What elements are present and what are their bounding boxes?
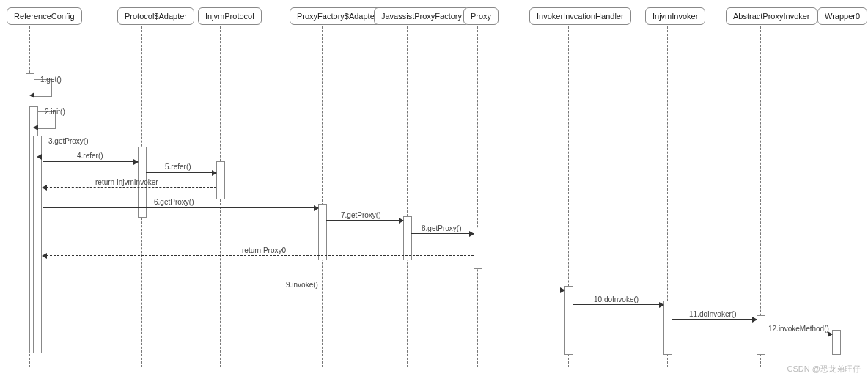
- participant-wrapper0: Wrapper0: [817, 7, 867, 25]
- participant-proxy: Proxy: [463, 7, 499, 25]
- participant-abstractproxyinvoker: AbstractProxyInvoker: [726, 7, 817, 25]
- participant-proxyfactory-adapter: ProxyFactory$Adapter: [290, 7, 384, 25]
- participant-injvminvoker: InjvmInvoker: [645, 7, 705, 25]
- activation-wrapper0: [832, 330, 841, 355]
- arrow-getproxy7: [326, 220, 403, 221]
- watermark: CSDN @恐龙弟旺仔: [787, 364, 861, 375]
- sequence-diagram: ReferenceConfig Protocol$Adapter InjvmPr…: [0, 0, 868, 379]
- msg-doinvoke: 10.doInvoke(): [594, 295, 639, 303]
- participant-invokerinvocationhandler: InvokerInvcationHandler: [529, 7, 631, 25]
- activation-proxy: [474, 229, 482, 269]
- msg-return-proxy0: return Proxy0: [242, 246, 286, 254]
- activation-referenceconfig-3: [33, 136, 42, 353]
- msg-return-injvminvoker: return InjvmInvoker: [95, 178, 158, 186]
- msg-refer2: 5.refer(): [165, 163, 191, 171]
- participant-protocol-adapter: Protocol$Adapter: [117, 7, 194, 25]
- return-injvminvoker: [43, 187, 216, 188]
- arrow-getproxy6: [43, 207, 318, 208]
- activation-injvmprotocol: [216, 161, 225, 199]
- participant-injvmprotocol: InjvmProtocol: [198, 7, 262, 25]
- msg-getproxy: 3.getProxy(): [48, 137, 88, 145]
- activation-proxyfactory-adapter: [318, 204, 327, 260]
- arrow-doinvoke: [573, 304, 663, 305]
- msg-get: 1.get(): [40, 76, 62, 84]
- msg-init: 2.init(): [45, 108, 65, 116]
- msg-invoke: 9.invoke(): [286, 281, 318, 289]
- arrow-refer1: [43, 161, 138, 162]
- participant-javassistproxyfactory: JavassistProxyFactory: [374, 7, 469, 25]
- arrow-getproxy8: [411, 233, 474, 234]
- activation-injvminvoker: [663, 301, 672, 355]
- arrow-invokemethod: [765, 334, 832, 334]
- msg-doinvoker: 11.doInvoker(): [689, 310, 736, 318]
- arrow-doinvoker: [672, 319, 757, 320]
- msg-invokemethod: 12.invokeMethod(): [768, 325, 829, 333]
- msg-getproxy8: 8.getProxy(): [422, 224, 461, 232]
- msg-refer1: 4.refer(): [77, 152, 103, 160]
- activation-javassistproxyfactory: [403, 216, 412, 260]
- msg-getproxy6: 6.getProxy(): [154, 198, 194, 206]
- msg-getproxy7: 7.getProxy(): [341, 211, 380, 219]
- activation-abstractproxyinvoker: [757, 315, 765, 355]
- arrow-invoke: [43, 290, 564, 290]
- arrow-refer2: [146, 172, 216, 173]
- return-proxy0: [43, 255, 474, 256]
- participant-referenceconfig: ReferenceConfig: [7, 7, 82, 25]
- activation-invokerhandler: [564, 286, 573, 355]
